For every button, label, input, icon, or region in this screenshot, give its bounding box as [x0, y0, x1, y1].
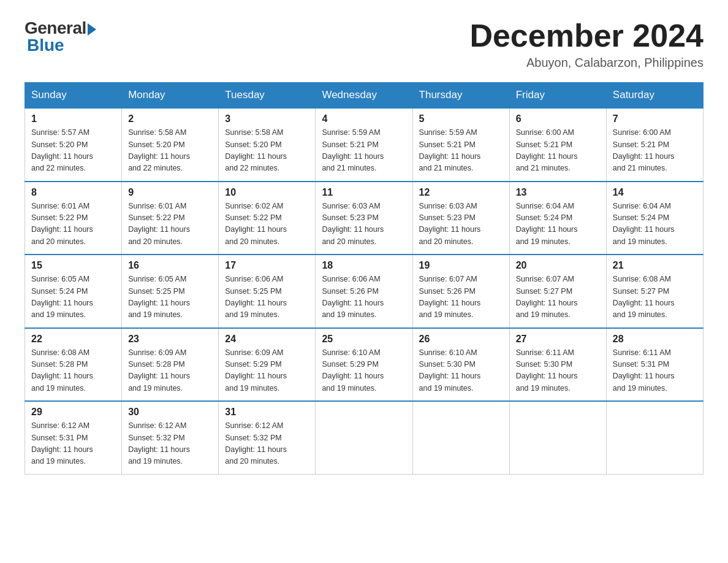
day-number: 31	[225, 407, 309, 418]
day-info: Sunrise: 5:59 AM Sunset: 5:21 PM Dayligh…	[322, 127, 406, 175]
day-cell: 5Sunrise: 5:59 AM Sunset: 5:21 PM Daylig…	[412, 108, 509, 182]
day-info: Sunrise: 6:01 AM Sunset: 5:22 PM Dayligh…	[31, 201, 115, 248]
day-number: 13	[516, 187, 600, 198]
day-cell: 23Sunrise: 6:09 AM Sunset: 5:28 PM Dayli…	[122, 328, 219, 402]
day-number: 11	[322, 187, 406, 198]
day-info: Sunrise: 6:09 AM Sunset: 5:28 PM Dayligh…	[128, 347, 212, 395]
day-cell: 28Sunrise: 6:11 AM Sunset: 5:31 PM Dayli…	[606, 328, 703, 402]
day-cell: 11Sunrise: 6:03 AM Sunset: 5:23 PM Dayli…	[316, 182, 412, 255]
day-info: Sunrise: 5:57 AM Sunset: 5:20 PM Dayligh…	[31, 127, 115, 175]
day-info: Sunrise: 6:07 AM Sunset: 5:27 PM Dayligh…	[516, 274, 600, 321]
day-number: 9	[128, 187, 212, 198]
day-info: Sunrise: 6:04 AM Sunset: 5:24 PM Dayligh…	[516, 201, 600, 248]
day-cell: 10Sunrise: 6:02 AM Sunset: 5:22 PM Dayli…	[219, 182, 316, 255]
day-info: Sunrise: 6:05 AM Sunset: 5:25 PM Dayligh…	[128, 274, 212, 321]
day-info: Sunrise: 6:08 AM Sunset: 5:28 PM Dayligh…	[31, 347, 115, 395]
day-cell: 6Sunrise: 6:00 AM Sunset: 5:21 PM Daylig…	[509, 108, 606, 182]
logo-blue-text: Blue	[25, 36, 64, 55]
day-info: Sunrise: 6:12 AM Sunset: 5:31 PM Dayligh…	[31, 420, 115, 468]
day-number: 6	[516, 113, 600, 124]
day-cell: 19Sunrise: 6:07 AM Sunset: 5:26 PM Dayli…	[412, 255, 509, 328]
day-info: Sunrise: 6:06 AM Sunset: 5:26 PM Dayligh…	[322, 274, 406, 321]
day-cell: 30Sunrise: 6:12 AM Sunset: 5:32 PM Dayli…	[122, 401, 219, 474]
calendar-table: SundayMondayTuesdayWednesdayThursdayFrid…	[25, 82, 703, 475]
week-row-1: 1Sunrise: 5:57 AM Sunset: 5:20 PM Daylig…	[25, 108, 703, 182]
day-info: Sunrise: 6:00 AM Sunset: 5:21 PM Dayligh…	[516, 127, 600, 175]
day-number: 5	[419, 113, 503, 124]
day-info: Sunrise: 6:00 AM Sunset: 5:21 PM Dayligh…	[613, 127, 697, 175]
day-cell: 16Sunrise: 6:05 AM Sunset: 5:25 PM Dayli…	[122, 255, 219, 328]
week-row-5: 29Sunrise: 6:12 AM Sunset: 5:31 PM Dayli…	[25, 401, 703, 474]
day-cell	[509, 401, 606, 474]
day-info: Sunrise: 6:12 AM Sunset: 5:32 PM Dayligh…	[225, 420, 309, 468]
header-cell-saturday: Saturday	[606, 83, 703, 109]
day-cell: 7Sunrise: 6:00 AM Sunset: 5:21 PM Daylig…	[606, 108, 703, 182]
day-info: Sunrise: 6:07 AM Sunset: 5:26 PM Dayligh…	[419, 274, 503, 321]
day-info: Sunrise: 6:06 AM Sunset: 5:25 PM Dayligh…	[225, 274, 309, 321]
day-number: 29	[31, 407, 115, 418]
day-info: Sunrise: 6:03 AM Sunset: 5:23 PM Dayligh…	[322, 201, 406, 248]
day-number: 4	[322, 113, 406, 124]
day-number: 8	[31, 187, 115, 198]
day-cell: 26Sunrise: 6:10 AM Sunset: 5:30 PM Dayli…	[412, 328, 509, 402]
day-cell: 2Sunrise: 5:58 AM Sunset: 5:20 PM Daylig…	[122, 108, 219, 182]
day-number: 28	[613, 334, 697, 345]
day-info: Sunrise: 6:10 AM Sunset: 5:29 PM Dayligh…	[322, 347, 406, 395]
day-cell: 8Sunrise: 6:01 AM Sunset: 5:22 PM Daylig…	[25, 182, 122, 255]
day-number: 19	[419, 260, 503, 271]
day-cell: 15Sunrise: 6:05 AM Sunset: 5:24 PM Dayli…	[25, 255, 122, 328]
day-cell: 27Sunrise: 6:11 AM Sunset: 5:30 PM Dayli…	[509, 328, 606, 402]
day-number: 25	[322, 334, 406, 345]
day-cell	[412, 401, 509, 474]
day-cell: 4Sunrise: 5:59 AM Sunset: 5:21 PM Daylig…	[316, 108, 412, 182]
day-number: 24	[225, 334, 309, 345]
day-cell: 1Sunrise: 5:57 AM Sunset: 5:20 PM Daylig…	[25, 108, 122, 182]
day-number: 30	[128, 407, 212, 418]
day-info: Sunrise: 6:12 AM Sunset: 5:32 PM Dayligh…	[128, 420, 212, 468]
day-info: Sunrise: 5:58 AM Sunset: 5:20 PM Dayligh…	[225, 127, 309, 175]
week-row-3: 15Sunrise: 6:05 AM Sunset: 5:24 PM Dayli…	[25, 255, 703, 328]
day-number: 3	[225, 113, 309, 124]
day-cell: 25Sunrise: 6:10 AM Sunset: 5:29 PM Dayli…	[316, 328, 412, 402]
logo-triangle-icon	[88, 23, 96, 36]
week-row-2: 8Sunrise: 6:01 AM Sunset: 5:22 PM Daylig…	[25, 182, 703, 255]
day-cell: 22Sunrise: 6:08 AM Sunset: 5:28 PM Dayli…	[25, 328, 122, 402]
header-cell-tuesday: Tuesday	[219, 83, 316, 109]
day-cell: 29Sunrise: 6:12 AM Sunset: 5:31 PM Dayli…	[25, 401, 122, 474]
day-info: Sunrise: 6:01 AM Sunset: 5:22 PM Dayligh…	[128, 201, 212, 248]
day-info: Sunrise: 6:05 AM Sunset: 5:24 PM Dayligh…	[31, 274, 115, 321]
header-row: SundayMondayTuesdayWednesdayThursdayFrid…	[25, 83, 703, 109]
day-info: Sunrise: 6:11 AM Sunset: 5:31 PM Dayligh…	[613, 347, 697, 395]
header-cell-monday: Monday	[122, 83, 219, 109]
header-cell-thursday: Thursday	[412, 83, 509, 109]
header-cell-friday: Friday	[509, 83, 606, 109]
title-block: December 2024 Abuyon, Calabarzon, Philip…	[469, 18, 703, 70]
day-cell: 21Sunrise: 6:08 AM Sunset: 5:27 PM Dayli…	[606, 255, 703, 328]
day-cell: 17Sunrise: 6:06 AM Sunset: 5:25 PM Dayli…	[219, 255, 316, 328]
day-cell: 20Sunrise: 6:07 AM Sunset: 5:27 PM Dayli…	[509, 255, 606, 328]
day-info: Sunrise: 6:10 AM Sunset: 5:30 PM Dayligh…	[419, 347, 503, 395]
day-cell	[606, 401, 703, 474]
month-title: December 2024	[469, 18, 703, 53]
day-cell	[316, 401, 412, 474]
day-number: 20	[516, 260, 600, 271]
day-info: Sunrise: 6:02 AM Sunset: 5:22 PM Dayligh…	[225, 201, 309, 248]
day-number: 2	[128, 113, 212, 124]
location: Abuyon, Calabarzon, Philippines	[469, 56, 703, 70]
day-info: Sunrise: 5:58 AM Sunset: 5:20 PM Dayligh…	[128, 127, 212, 175]
day-number: 16	[128, 260, 212, 271]
day-number: 17	[225, 260, 309, 271]
day-cell: 14Sunrise: 6:04 AM Sunset: 5:24 PM Dayli…	[606, 182, 703, 255]
day-number: 21	[613, 260, 697, 271]
header-cell-sunday: Sunday	[25, 83, 122, 109]
day-number: 12	[419, 187, 503, 198]
day-number: 22	[31, 334, 115, 345]
day-info: Sunrise: 6:03 AM Sunset: 5:23 PM Dayligh…	[419, 201, 503, 248]
page-header: General Blue December 2024 Abuyon, Calab…	[25, 18, 703, 70]
day-number: 7	[613, 113, 697, 124]
day-cell: 13Sunrise: 6:04 AM Sunset: 5:24 PM Dayli…	[509, 182, 606, 255]
day-number: 10	[225, 187, 309, 198]
day-cell: 31Sunrise: 6:12 AM Sunset: 5:32 PM Dayli…	[219, 401, 316, 474]
week-row-4: 22Sunrise: 6:08 AM Sunset: 5:28 PM Dayli…	[25, 328, 703, 402]
day-cell: 3Sunrise: 5:58 AM Sunset: 5:20 PM Daylig…	[219, 108, 316, 182]
